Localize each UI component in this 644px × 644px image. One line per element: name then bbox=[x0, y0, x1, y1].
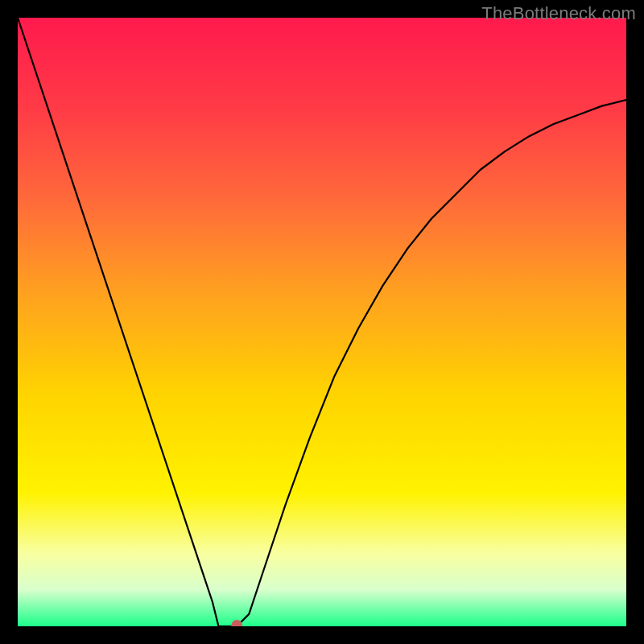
watermark-label: TheBottleneck.com bbox=[481, 3, 636, 24]
chart-frame: TheBottleneck.com bbox=[0, 0, 644, 644]
gradient-background bbox=[18, 18, 626, 626]
plot-area bbox=[18, 18, 626, 626]
chart-svg bbox=[18, 18, 626, 626]
